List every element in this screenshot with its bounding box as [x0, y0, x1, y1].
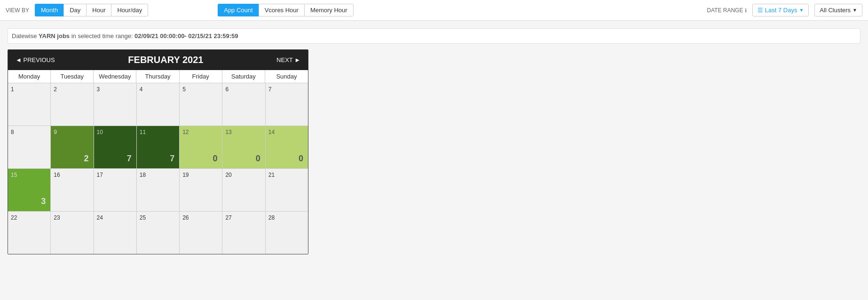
calendar-icon: ☰ — [758, 7, 763, 14]
calendar-date: 3 — [97, 86, 100, 93]
calendar-date: 5 — [182, 86, 186, 93]
day-tuesday: Tuesday — [51, 70, 94, 83]
metric-appcount-button[interactable]: App Count — [218, 4, 258, 16]
calendar-date: 4 — [140, 86, 143, 93]
view-hour-button[interactable]: Hour — [86, 4, 111, 16]
table-row[interactable]: 19 — [180, 169, 222, 211]
table-row[interactable]: 1 — [8, 83, 50, 126]
metric-group: App Count Vcores Hour Memory Hour — [218, 4, 353, 16]
calendar-date: 25 — [140, 214, 146, 221]
calendar-date: 1 — [11, 86, 14, 93]
table-row[interactable]: 3 — [94, 83, 136, 126]
main-content: Datewise YARN jobs in selected time rang… — [0, 21, 868, 262]
view-day-button[interactable]: Day — [63, 4, 86, 16]
calendar-date: 2 — [54, 86, 57, 93]
calendar-date: 22 — [11, 214, 17, 221]
calendar-count: 2 — [84, 154, 89, 164]
table-row[interactable]: 28 — [266, 212, 308, 254]
table-row[interactable]: 117 — [137, 126, 179, 168]
toolbar: VIEW BY Month Day Hour Hour/day App Coun… — [0, 0, 868, 21]
calendar-count: 3 — [41, 197, 46, 206]
table-row[interactable]: 8 — [8, 126, 50, 168]
table-row[interactable]: 18 — [137, 169, 179, 211]
calendar-date: 13 — [225, 129, 231, 135]
calendar-date: 7 — [268, 86, 272, 93]
info-bold1: YARN jobs — [39, 32, 70, 39]
calendar-date: 20 — [225, 172, 231, 178]
day-sunday: Sunday — [265, 70, 308, 83]
info-bar: Datewise YARN jobs in selected time rang… — [8, 28, 860, 44]
calendar-date: 24 — [97, 214, 103, 221]
day-thursday: Thursday — [136, 70, 179, 83]
calendar-date: 18 — [140, 172, 146, 178]
view-month-button[interactable]: Month — [35, 4, 63, 16]
table-row[interactable]: 20 — [222, 169, 265, 211]
calendar-grid: 1234567892107117120130140153161718192021… — [8, 83, 308, 254]
calendar-date: 6 — [225, 86, 229, 93]
chevron-down-icon: ▼ — [799, 8, 804, 13]
calendar-date: 8 — [11, 129, 14, 135]
calendar-date: 26 — [182, 214, 189, 221]
calendar: ◄ PREVIOUS FEBRUARY 2021 NEXT ► Monday T… — [8, 49, 308, 254]
info-prefix: Datewise — [12, 32, 37, 39]
calendar-title: FEBRUARY 2021 — [128, 55, 203, 65]
calendar-date: 16 — [54, 172, 60, 178]
calendar-date: 11 — [140, 129, 146, 135]
view-by-label: VIEW BY — [6, 7, 29, 14]
day-wednesday: Wednesday — [94, 70, 136, 83]
date-range-section: DATE RANGE ℹ ☰ Last 7 Days ▼ All Cluster… — [707, 4, 862, 16]
calendar-date: 15 — [11, 172, 17, 178]
view-by-group: Month Day Hour Hour/day — [35, 4, 148, 16]
table-row[interactable]: 120 — [180, 126, 222, 168]
table-row[interactable]: 130 — [222, 126, 265, 168]
table-row[interactable]: 16 — [51, 169, 93, 211]
table-row[interactable]: 6 — [222, 83, 265, 126]
table-row[interactable]: 17 — [94, 169, 136, 211]
date-range-button[interactable]: ☰ Last 7 Days ▼ — [752, 4, 809, 16]
table-row[interactable]: 26 — [180, 212, 222, 254]
table-row[interactable]: 2 — [51, 83, 93, 126]
view-hourday-button[interactable]: Hour/day — [111, 4, 148, 16]
calendar-count: 7 — [127, 154, 132, 164]
table-row[interactable]: 4 — [137, 83, 179, 126]
prev-button[interactable]: ◄ PREVIOUS — [16, 56, 55, 63]
table-row[interactable]: 92 — [51, 126, 93, 168]
calendar-date: 19 — [182, 172, 189, 178]
table-row[interactable]: 24 — [94, 212, 136, 254]
calendar-count: 0 — [213, 154, 217, 164]
table-row[interactable]: 107 — [94, 126, 136, 168]
info-middle: in selected time range: — [71, 32, 134, 39]
calendar-count: 0 — [256, 154, 260, 164]
calendar-date: 23 — [54, 214, 60, 221]
table-row[interactable]: 25 — [137, 212, 179, 254]
table-row[interactable]: 140 — [266, 126, 308, 168]
date-range-label: DATE RANGE ℹ — [707, 7, 746, 14]
table-row[interactable]: 21 — [266, 169, 308, 211]
table-row[interactable]: 153 — [8, 169, 50, 211]
cluster-button[interactable]: All Clusters ▼ — [814, 4, 862, 16]
calendar-date: 28 — [268, 214, 275, 221]
day-friday: Friday — [180, 70, 222, 83]
day-monday: Monday — [8, 70, 51, 83]
calendar-date: 27 — [225, 214, 231, 221]
calendar-count: 0 — [299, 154, 303, 164]
chevron-down-icon-cluster: ▼ — [852, 8, 857, 13]
metric-memory-button[interactable]: Memory Hour — [304, 4, 354, 16]
next-button[interactable]: NEXT ► — [276, 56, 300, 63]
table-row[interactable]: 27 — [222, 212, 265, 254]
table-row[interactable]: 23 — [51, 212, 93, 254]
calendar-date: 9 — [54, 129, 57, 135]
info-range: 02/09/21 00:00:00- 02/15/21 23:59:59 — [134, 32, 238, 39]
calendar-date: 21 — [268, 172, 275, 178]
metric-vcores-button[interactable]: Vcores Hour — [259, 4, 304, 16]
calendar-header: ◄ PREVIOUS FEBRUARY 2021 NEXT ► — [8, 50, 308, 70]
calendar-date: 14 — [268, 129, 275, 135]
table-row[interactable]: 7 — [266, 83, 308, 126]
calendar-count: 7 — [170, 154, 174, 164]
calendar-date: 17 — [97, 172, 103, 178]
table-row[interactable]: 22 — [8, 212, 50, 254]
info-icon[interactable]: ℹ — [745, 8, 747, 13]
calendar-date: 10 — [97, 129, 103, 135]
table-row[interactable]: 5 — [180, 83, 222, 126]
calendar-date: 12 — [182, 129, 189, 135]
